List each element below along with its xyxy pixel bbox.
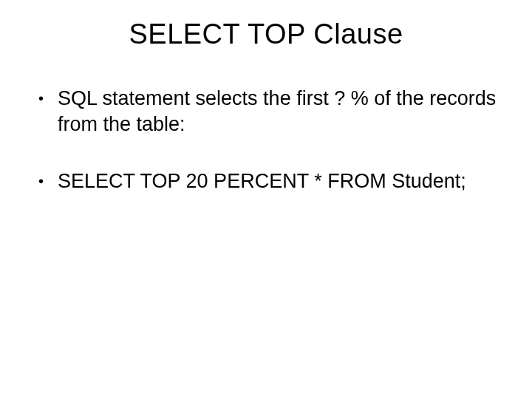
bullet-item: • SQL statement selects the first ? % of… xyxy=(38,86,502,137)
slide-content: • SQL statement selects the first ? % of… xyxy=(30,86,502,194)
bullet-text: SQL statement selects the first ? % of t… xyxy=(58,86,502,137)
bullet-item: • SELECT TOP 20 PERCENT * FROM Student; xyxy=(38,168,502,194)
slide-title: SELECT TOP Clause xyxy=(30,18,502,50)
bullet-marker: • xyxy=(38,168,58,194)
bullet-marker: • xyxy=(38,86,58,111)
slide-container: SELECT TOP Clause • SQL statement select… xyxy=(0,0,532,399)
bullet-text: SELECT TOP 20 PERCENT * FROM Student; xyxy=(58,168,502,194)
